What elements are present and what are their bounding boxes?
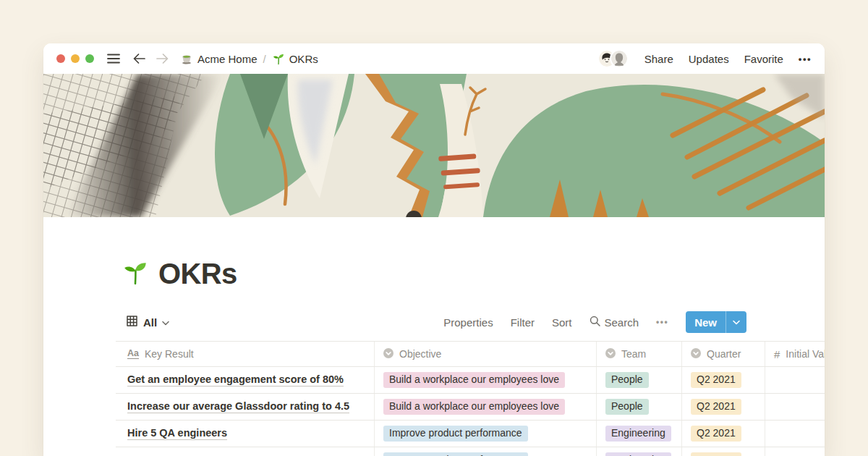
team-cell[interactable]: Engineering bbox=[597, 421, 682, 447]
table-row: Get an employee engagement score of 80% … bbox=[116, 367, 825, 394]
objective-tag[interactable]: Build a workplace our employees love bbox=[383, 372, 565, 389]
key-result-link[interactable]: Hire 5 QA engineers bbox=[127, 427, 227, 440]
key-result-cell[interactable]: Hire 5 QA engineers bbox=[116, 421, 375, 447]
close-window-icon[interactable] bbox=[56, 54, 65, 63]
quarter-tag[interactable]: Q2 2021 bbox=[691, 426, 741, 442]
quarter-cell[interactable]: Q2 2021 bbox=[682, 394, 765, 420]
favorite-button[interactable]: Favorite bbox=[744, 53, 783, 65]
table-row: Increase our average Glassdoor rating to… bbox=[116, 394, 825, 421]
team-tag[interactable]: People bbox=[605, 399, 649, 415]
updates-button[interactable]: Updates bbox=[689, 53, 729, 65]
topbar-actions: Share Updates Favorite ••• bbox=[597, 49, 812, 68]
page-cover-image[interactable] bbox=[43, 74, 825, 217]
toolbar-more-icon[interactable]: ••• bbox=[656, 317, 668, 327]
zoom-window-icon[interactable] bbox=[85, 54, 94, 63]
view-switcher[interactable]: All bbox=[116, 315, 169, 330]
column-header-quarter[interactable]: Quarter bbox=[682, 342, 765, 366]
breadcrumb-item-home[interactable]: Acme Home bbox=[180, 52, 258, 65]
select-property-icon bbox=[383, 348, 393, 360]
quarter-tag[interactable]: Q2 2021 bbox=[691, 372, 741, 389]
seedling-icon bbox=[272, 52, 285, 65]
quarter-cell[interactable]: Q2 2021 bbox=[682, 367, 765, 393]
minimize-window-icon[interactable] bbox=[71, 54, 80, 63]
team-tag[interactable]: Engineering bbox=[605, 426, 671, 442]
objective-cell[interactable]: Build a workplace our employees love bbox=[375, 394, 597, 420]
breadcrumb-separator: / bbox=[263, 53, 266, 65]
objective-tag[interactable]: Improve product performance bbox=[383, 426, 528, 442]
select-property-icon bbox=[605, 348, 616, 360]
team-cell[interactable]: People bbox=[597, 394, 682, 420]
team-tag[interactable]: Engineering bbox=[605, 452, 671, 456]
table-header-row: Aa Key Result Objective Team bbox=[116, 342, 825, 367]
page-title[interactable]: OKRs bbox=[158, 258, 237, 290]
quarter-tag[interactable]: Q2 2021 bbox=[691, 452, 741, 456]
quarter-cell[interactable]: Q2 2021 bbox=[682, 447, 765, 456]
team-tag[interactable]: People bbox=[605, 372, 649, 389]
new-button-chevron-icon[interactable] bbox=[726, 311, 746, 333]
team-cell[interactable]: Engineering bbox=[597, 447, 682, 456]
key-result-cell[interactable]: Increase our average Glassdoor rating to… bbox=[116, 394, 375, 420]
sidebar-menu-icon[interactable] bbox=[107, 54, 120, 64]
initial-value-cell[interactable] bbox=[765, 447, 825, 456]
traffic-lights bbox=[56, 54, 94, 63]
objective-tag[interactable]: Build a workplace our employees love bbox=[383, 399, 565, 415]
share-button[interactable]: Share bbox=[644, 53, 673, 65]
breadcrumb: Acme Home / OKRs bbox=[180, 52, 318, 65]
new-button[interactable]: New bbox=[686, 311, 746, 333]
column-label: Objective bbox=[399, 348, 441, 360]
breadcrumb-home-label: Acme Home bbox=[197, 53, 258, 65]
page-content: OKRs All Properties Filter Sort bbox=[43, 256, 825, 456]
teacup-icon bbox=[180, 52, 193, 65]
team-cell[interactable]: People bbox=[597, 367, 682, 393]
key-result-cell[interactable] bbox=[116, 447, 375, 456]
column-label: Initial Value bbox=[786, 348, 825, 360]
column-header-key-result[interactable]: Aa Key Result bbox=[116, 342, 375, 366]
objective-cell[interactable]: Improve product performance bbox=[375, 447, 597, 456]
quarter-cell[interactable]: Q2 2021 bbox=[682, 421, 765, 447]
key-result-link[interactable]: Increase our average Glassdoor rating to… bbox=[127, 400, 349, 413]
initial-value-cell[interactable] bbox=[765, 394, 825, 420]
column-label: Key Result bbox=[145, 348, 194, 360]
page-title-row: OKRs bbox=[116, 256, 825, 291]
title-property-icon: Aa bbox=[127, 349, 139, 360]
app-window: Acme Home / OKRs bbox=[43, 43, 825, 456]
column-header-initial-value[interactable]: # Initial Value bbox=[765, 342, 825, 366]
search-icon bbox=[590, 316, 600, 329]
number-property-icon: # bbox=[774, 348, 780, 360]
more-options-icon[interactable]: ••• bbox=[799, 54, 812, 64]
sort-button[interactable]: Sort bbox=[552, 316, 572, 329]
breadcrumb-item-okrs[interactable]: OKRs bbox=[272, 52, 318, 65]
column-header-team[interactable]: Team bbox=[597, 342, 682, 366]
avatar-user-2[interactable] bbox=[610, 49, 629, 68]
table-row: Hire 5 QA engineers Improve product perf… bbox=[116, 421, 825, 447]
history-nav bbox=[133, 54, 169, 64]
forward-arrow-icon[interactable] bbox=[156, 54, 169, 64]
key-result-link[interactable]: Get an employee engagement score of 80% bbox=[127, 373, 344, 387]
table-row: Improve product performance Engineering … bbox=[116, 447, 825, 456]
database-toolbar: All Properties Filter Sort Search ••• Ne… bbox=[116, 310, 825, 334]
initial-value-cell[interactable] bbox=[765, 421, 825, 447]
okr-table: Aa Key Result Objective Team bbox=[116, 341, 825, 456]
search-button[interactable]: Search bbox=[590, 316, 639, 329]
select-property-icon bbox=[691, 348, 701, 360]
filter-button[interactable]: Filter bbox=[511, 316, 535, 329]
search-label: Search bbox=[605, 316, 639, 329]
objective-cell[interactable]: Build a workplace our employees love bbox=[375, 367, 597, 393]
objective-tag[interactable]: Improve product performance bbox=[383, 452, 528, 456]
column-header-objective[interactable]: Objective bbox=[375, 342, 597, 366]
table-view-icon bbox=[126, 315, 138, 330]
properties-button[interactable]: Properties bbox=[443, 316, 493, 329]
back-arrow-icon[interactable] bbox=[133, 54, 145, 64]
initial-value-cell[interactable] bbox=[765, 367, 825, 393]
seedling-icon[interactable] bbox=[122, 258, 149, 289]
objective-cell[interactable]: Improve product performance bbox=[375, 421, 597, 447]
quarter-tag[interactable]: Q2 2021 bbox=[691, 399, 741, 415]
window-topbar: Acme Home / OKRs bbox=[43, 43, 825, 74]
collaborator-avatars bbox=[597, 49, 629, 68]
key-result-cell[interactable]: Get an employee engagement score of 80% bbox=[116, 367, 375, 393]
breadcrumb-page-label: OKRs bbox=[289, 53, 318, 65]
page-background: { "colors": { "accent_blue": "#4BA2D9", … bbox=[0, 0, 868, 456]
new-button-label[interactable]: New bbox=[686, 311, 726, 333]
chevron-down-icon bbox=[162, 316, 169, 329]
toolbar-actions: Properties Filter Sort Search ••• New bbox=[443, 311, 746, 333]
